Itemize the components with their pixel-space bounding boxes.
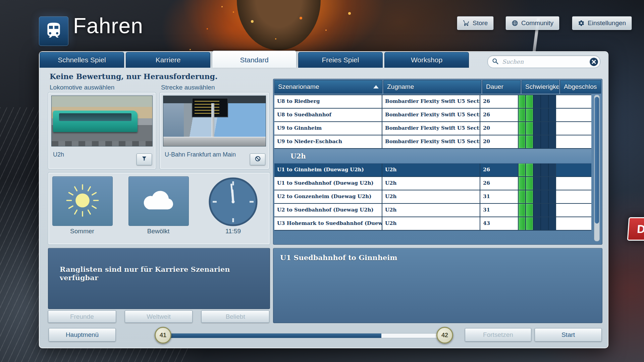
scenario-row[interactable]: U3 Hohemark to Suedbahnhof (Duewag U2h)U… (274, 217, 591, 231)
duration-cell: 26 (480, 164, 519, 176)
main-menu-button[interactable]: Hauptmenü (49, 328, 116, 342)
scenario-detail-title: U1 Suedbahnhof to Ginnheim (273, 248, 602, 267)
tab-karriere[interactable]: Karriere (126, 52, 210, 68)
weather-tile[interactable] (128, 176, 189, 226)
fire-embers (221, 6, 223, 7)
loco-select-label: Lokomotive auswählen (50, 84, 114, 91)
search-box (487, 55, 600, 68)
sort-ascending-icon (373, 85, 379, 88)
search-input[interactable] (501, 58, 589, 65)
leaderboard-freunde-button[interactable]: Freunde (48, 310, 116, 323)
difficulty-cell (519, 164, 556, 176)
completed-cell (556, 164, 591, 176)
db-logo: DE (627, 217, 644, 241)
tab-schnelles-spiel[interactable]: Schnelles Spiel (40, 52, 124, 68)
settings-button[interactable]: Einstellungen (572, 16, 632, 30)
route-preview-image (163, 96, 266, 146)
tab-freies-spiel[interactable]: Freies Spiel (298, 52, 383, 68)
loco-illustration (53, 111, 138, 132)
scenario-name-cell: U2 to Suedbahnhof (Duewag U2h) (274, 204, 382, 217)
tab-workshop[interactable]: Workshop (384, 52, 469, 68)
column-header-label: Szenarioname (278, 80, 319, 94)
train-name-cell: U2h (382, 164, 480, 176)
loco-filter-button[interactable] (137, 154, 152, 165)
page-title: Fahren (73, 13, 143, 38)
train-name-cell: Bombardier Flexity Swift U5 Section 1 (382, 109, 480, 121)
train-name-cell: U2h (382, 177, 480, 190)
duration-cell: 31 (480, 204, 519, 217)
scenario-name-cell: U8 to Riedberg (274, 95, 382, 108)
scenario-row[interactable]: U2 to Gonzenheim (Duewag U2h)U2h31 (274, 190, 591, 204)
cart-icon (463, 20, 470, 26)
completed-cell (556, 109, 591, 121)
leaderboard-panel: Ranglisten sind nur für Karriere Szenari… (48, 248, 270, 309)
difficulty-bar (519, 109, 555, 121)
start-button[interactable]: Start (535, 328, 602, 342)
season-tile[interactable] (52, 176, 113, 226)
scenario-row[interactable]: U1 to Ginnheim (Duewag U2h)U2h26 (274, 164, 591, 177)
departure-board-illustration (192, 98, 228, 117)
column-header-abgeschlos[interactable]: Abgeschlos (560, 80, 601, 94)
store-button[interactable]: Store (457, 16, 493, 30)
loco-card[interactable]: U2h (48, 92, 156, 169)
clock-widget[interactable] (208, 177, 258, 228)
scenario-detail-panel: U1 Suedbahnhof to Ginnheim (273, 248, 602, 323)
conditions-panel: Sommer Bewölkt 11:59 (48, 172, 270, 245)
difficulty-cell (519, 122, 556, 135)
progress-badge-end: 42 (436, 327, 453, 344)
train-name-cell: U2h (382, 204, 480, 217)
group-header-row[interactable]: U2h (274, 149, 591, 164)
route-card[interactable]: U-Bahn Frankfurt am Main (160, 92, 269, 169)
loco-preview-image (51, 96, 153, 146)
completed-cell (556, 217, 591, 230)
scenario-row[interactable]: U1 to Suedbahnhof (Duewag U2h)U2h26 (274, 177, 591, 190)
scrollbar-thumb[interactable] (595, 97, 599, 224)
duration-cell: 43 (480, 217, 519, 230)
scenario-name-cell: U1 to Suedbahnhof (Duewag U2h) (274, 177, 382, 190)
store-label: Store (473, 19, 488, 27)
scenario-row[interactable]: U9 to GinnheimBombardier Flexity Swift U… (274, 122, 591, 135)
difficulty-cell (519, 177, 556, 190)
tabstrip: Schnelles SpielKarriereStandardFreies Sp… (40, 52, 471, 67)
column-header-szenarioname[interactable]: Szenarioname (274, 80, 382, 94)
difficulty-bar (519, 122, 555, 135)
resume-button[interactable]: Fortsetzen (465, 328, 531, 342)
difficulty-bar (519, 204, 555, 217)
difficulty-bar (519, 177, 555, 190)
duration-cell: 26 (480, 177, 519, 190)
difficulty-cell (519, 204, 556, 217)
train-icon (44, 21, 63, 41)
leaderboard-beliebt-button[interactable]: Beliebt (201, 310, 269, 323)
locomotive-funnel (237, 0, 321, 50)
train-name-cell: Bombardier Flexity Swift U5 Section 1 (382, 122, 480, 135)
column-header-label: Schwierigke (525, 80, 559, 94)
completed-cell (556, 177, 591, 190)
scenario-row[interactable]: U9 to Nieder-EschbachBombardier Flexity … (274, 135, 591, 149)
scenario-row[interactable]: U8 to SuedbahnhofBombardier Flexity Swif… (274, 109, 591, 122)
completed-cell (556, 204, 591, 217)
column-header-schwierigke[interactable]: Schwierigke (522, 80, 559, 94)
completed-cell (556, 135, 591, 148)
train-name-cell: U2h (382, 217, 480, 230)
cloud-icon (139, 187, 178, 216)
route-clear-button[interactable] (250, 154, 265, 165)
difficulty-bar (519, 190, 555, 203)
leaderboard-weltweit-button[interactable]: Weltweit (125, 310, 193, 323)
scenario-name-cell: U2 to Gonzenheim (Duewag U2h) (274, 190, 382, 203)
scenario-name-cell: U8 to Suedbahnhof (274, 109, 382, 121)
column-header-zugname[interactable]: Zugname (383, 80, 481, 94)
community-button[interactable]: Community (506, 16, 559, 30)
season-label: Sommer (52, 228, 112, 235)
duration-cell: 20 (480, 122, 519, 135)
column-header-dauer[interactable]: Dauer (482, 80, 521, 94)
difficulty-cell (519, 217, 556, 230)
tab-standard[interactable]: Standard (212, 51, 297, 68)
search-icon (492, 58, 499, 66)
weather-label: Bewölkt (128, 228, 188, 235)
scenario-row[interactable]: U8 to RiedbergBombardier Flexity Swift U… (274, 95, 591, 109)
clear-search-icon[interactable] (589, 57, 598, 66)
difficulty-cell (519, 95, 556, 108)
scenario-row[interactable]: U2 to Suedbahnhof (Duewag U2h)U2h31 (274, 204, 591, 217)
table-scrollbar[interactable] (594, 95, 600, 241)
community-label: Community (521, 19, 553, 27)
